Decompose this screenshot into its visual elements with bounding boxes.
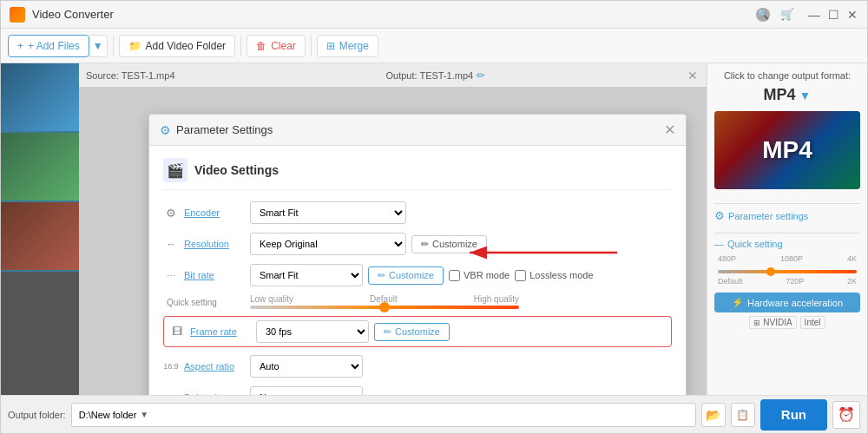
settings-grid: ⚙ Encoder Smart Fit	[163, 201, 672, 395]
aspect-ratio-select[interactable]: Auto	[250, 355, 363, 378]
resolution-customize-button[interactable]: ✏ Customize	[411, 235, 487, 253]
frame-rate-icon: 🎞	[169, 324, 185, 339]
browse-folder-button[interactable]: 📂	[701, 403, 726, 427]
encoder-label[interactable]: Encoder	[184, 207, 220, 218]
bitrate-label-cell: ⋯ Bit rate	[163, 267, 250, 283]
lossless-mode-checkbox[interactable]	[515, 270, 526, 281]
dialog-title-text: Parameter Settings	[176, 123, 273, 136]
frame-rate-customize-button[interactable]: ✏ Customize	[374, 323, 450, 341]
dialog-close-button[interactable]: ✕	[664, 122, 675, 138]
alarm-icon: ⏰	[838, 406, 855, 423]
folder-action-button[interactable]: 📋	[731, 403, 755, 427]
resolution-icon: ↔	[163, 236, 179, 252]
add-files-dropdown-button[interactable]: ▼	[89, 35, 108, 57]
deinterlace-label-cell: ≡ Deinterlace	[163, 390, 250, 395]
deinterlace-select[interactable]: No	[250, 386, 363, 395]
hardware-acceleration-button[interactable]: ⚡ Hardware acceleration	[714, 293, 860, 312]
dropdown-icon: ▼	[93, 40, 103, 52]
format-preview[interactable]: MP4	[714, 111, 860, 189]
clear-button[interactable]: 🗑 Clear	[247, 35, 306, 57]
param-icon: ⚙	[714, 209, 725, 222]
aspect-ratio-label[interactable]: Aspect ratio	[184, 361, 234, 372]
thumbnail-1[interactable]	[1, 63, 79, 133]
encoder-select[interactable]: Smart Fit	[250, 201, 406, 224]
bitrate-customize-button[interactable]: ✏ Customize	[368, 266, 444, 285]
maximize-button[interactable]: ☐	[827, 9, 839, 21]
encoder-icon: ⚙	[163, 205, 179, 220]
file-content-area: ⚙ Parameter Settings ✕ 🎬 Video Settings	[79, 88, 707, 395]
quality-track[interactable]	[250, 306, 519, 309]
frame-rate-label-cell: 🎞 Frame rate	[169, 324, 256, 339]
intel-logo: Intel	[800, 316, 825, 329]
format-dropdown-button[interactable]: ▼	[799, 89, 812, 102]
edit-output-icon[interactable]: ✏	[477, 69, 485, 82]
thumbnail-2[interactable]	[1, 133, 79, 202]
resolution-select[interactable]: Keep Original	[250, 233, 406, 255]
alarm-button[interactable]: ⏰	[832, 401, 860, 429]
search-title-icon[interactable]: 🔍	[756, 8, 770, 22]
video-settings-icon: 🎬	[163, 158, 187, 182]
output-folder-dropdown-icon[interactable]: ▼	[140, 410, 148, 419]
video-settings-title: Video Settings	[194, 163, 279, 177]
add-files-button[interactable]: + + Add Files	[8, 35, 89, 57]
format-name: MP4	[764, 86, 796, 104]
param-settings-section[interactable]: ⚙ Parameter settings	[714, 209, 860, 222]
video-settings-header: 🎬 Video Settings	[163, 158, 672, 190]
pencil-blue-icon: ✏	[378, 270, 385, 281]
quality-thumb[interactable]	[379, 302, 390, 312]
deinterlace-control: No	[250, 386, 672, 395]
qs-4k: 4K	[847, 254, 857, 263]
merge-button[interactable]: ⊞ Merge	[317, 35, 378, 57]
frame-rate-label[interactable]: Frame rate	[190, 326, 237, 337]
app-title: Video Converter	[32, 8, 756, 21]
run-button[interactable]: Run	[760, 399, 827, 431]
thumbnail-3[interactable]	[1, 202, 79, 272]
resolution-control: Keep Original ✏ Customize	[250, 233, 672, 255]
output-folder-value: D:\New folder	[79, 410, 137, 420]
aspect-ratio-control: Auto	[250, 355, 672, 378]
nvidia-logo: ⊞ NVIDIA	[749, 316, 796, 329]
folder-action-icon: 📋	[736, 409, 749, 421]
qs-track[interactable]	[718, 270, 857, 273]
run-label: Run	[781, 407, 806, 422]
bitrate-select[interactable]: Smart Fit	[250, 264, 363, 286]
close-file-row-button[interactable]: ✕	[686, 69, 700, 82]
clear-label: Clear	[271, 40, 296, 52]
output-file-name: Output: TEST-1.mp4 ✏	[386, 69, 687, 82]
app-icon	[10, 7, 25, 23]
cart-title-icon[interactable]: 🛒	[780, 8, 794, 22]
vbr-mode-text: VBR mode	[464, 270, 510, 280]
quick-setting-label: Quick setting	[727, 239, 783, 249]
aspect-ratio-row: 16:9 Aspect ratio Auto	[163, 354, 672, 378]
close-button[interactable]: ✕	[846, 9, 858, 21]
frame-customize-label: Customize	[395, 326, 440, 337]
high-quality-label: High quality	[474, 294, 519, 304]
output-folder-input[interactable]: D:\New folder ▼	[71, 403, 696, 427]
hw-accel-label: Hardware acceleration	[747, 298, 843, 308]
dialog-body: 🎬 Video Settings ⚙ Encoder	[149, 146, 686, 395]
quick-setting-label-cell: Quick setting	[163, 294, 250, 308]
quick-icon: —	[714, 239, 724, 249]
dialog-title-bar: ⚙ Parameter Settings ✕	[149, 115, 686, 146]
merge-icon: ⊞	[326, 40, 335, 52]
resolution-label[interactable]: Resolution	[184, 239, 229, 249]
low-quality-label: Low quality	[250, 294, 293, 304]
minimize-button[interactable]: —	[808, 9, 820, 21]
frame-rate-select[interactable]: 30 fps	[256, 320, 369, 343]
trash-icon: 🗑	[256, 40, 266, 52]
vbr-mode-checkbox[interactable]	[449, 270, 460, 281]
add-video-folder-button[interactable]: 📁 Add Video Folder	[119, 35, 236, 57]
deinterlace-label[interactable]: Deinterlace	[184, 392, 233, 395]
qs-thumb[interactable]	[766, 267, 775, 276]
output-folder-label: Output folder:	[8, 410, 66, 420]
folder-open-icon: 📂	[706, 408, 720, 422]
lossless-mode-label[interactable]: Lossless mode	[515, 270, 593, 281]
vbr-mode-label[interactable]: VBR mode	[449, 270, 510, 281]
bitrate-label[interactable]: Bit rate	[184, 270, 214, 280]
merge-label: Merge	[339, 40, 369, 52]
customize-label: Customize	[432, 239, 477, 249]
divider-1	[714, 203, 860, 204]
qs-480p: 480P	[718, 254, 736, 263]
parameter-settings-dialog: ⚙ Parameter Settings ✕ 🎬 Video Settings	[148, 114, 687, 395]
aspect-ratio-icon: 16:9	[163, 358, 179, 374]
